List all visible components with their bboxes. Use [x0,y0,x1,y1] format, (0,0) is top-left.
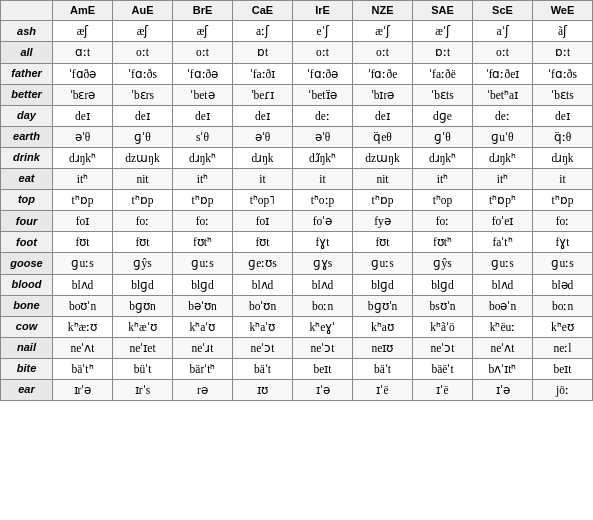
ipa-cell: blɡd [113,274,173,295]
ipa-cell: tʰɒp [173,190,233,211]
header-wee: WeE [533,1,593,21]
ipa-cell: bäëˈt [413,358,473,379]
ipa-cell: æˈʃ [413,21,473,42]
header-ame: AmE [53,1,113,21]
ipa-cell: boˈʊn [233,295,293,316]
ipa-cell: tʰop˥ [233,190,293,211]
ipa-cell: fyə [353,211,413,232]
ipa-cell: it [293,169,353,190]
ipa-cell: kʰaˈʊ [173,316,233,337]
ipa-cell: ˈbɛts [533,84,593,105]
table-row: drinkdɹŋkʰdzɯŋkdɹŋkʰdɹŋkdɹ̃ŋkʰdzɯŋkdɹŋkʰ… [1,147,593,168]
ipa-cell: fʊt [53,232,113,253]
ipa-cell: deɪ [533,105,593,126]
ipa-cell: oːt [353,42,413,63]
header-cae: CaE [233,1,293,21]
word-cell: ear [1,379,53,400]
ipa-cell: ɪˈə [293,379,353,400]
ipa-cell: foɪ [53,211,113,232]
ipa-cell: neˈɪet [113,337,173,358]
ipa-cell: ˈbetʰaɪ [473,84,533,105]
word-cell: cow [1,316,53,337]
ipa-cell: ˈbeɾɪ [233,84,293,105]
word-cell: earth [1,126,53,147]
ipa-cell: blʌd [473,274,533,295]
ipa-cell: ɪˈə [473,379,533,400]
ipa-cell: deɪ [233,105,293,126]
ipa-cell: fɣt [293,232,353,253]
ipa-cell: ˈfɑːðs [533,63,593,84]
ipa-cell: ɡŷs [413,253,473,274]
ipa-cell: bärˈtʰ [173,358,233,379]
ipa-cell: itʰ [413,169,473,190]
ipa-cell: ɡuːs [533,253,593,274]
ipa-cell: əˈθ [293,126,353,147]
ipa-cell: dɹŋk [533,147,593,168]
ipa-cell: tʰɒp [353,190,413,211]
ipa-cell: foˈeɪ [473,211,533,232]
table-row: eatitʰnititʰititnititʰitʰit [1,169,593,190]
word-cell: day [1,105,53,126]
ipa-cell: kʰeɣˈ [293,316,353,337]
ipa-cell: deː [473,105,533,126]
ipa-cell: ɡɣs [293,253,353,274]
word-cell: nail [1,337,53,358]
header-sce: ScE [473,1,533,21]
ipa-cell: itʰ [53,169,113,190]
ipa-cell: bäˈt [353,358,413,379]
ipa-cell: aˈʃ [473,21,533,42]
ipa-cell: bləd [533,274,593,295]
word-cell: all [1,42,53,63]
ipa-cell: ˈfaːðɪ [233,63,293,84]
word-cell: eat [1,169,53,190]
ipa-cell: ˈbɛts [413,84,473,105]
ipa-cell: dɹŋkʰ [53,147,113,168]
ipa-cell: foˈə [293,211,353,232]
ipa-cell: q̈ːθ [533,126,593,147]
ipa-cell: ɪrˈə [53,379,113,400]
word-cell: bone [1,295,53,316]
ipa-cell: ˈfɑðə [53,63,113,84]
ipa-cell: oːt [293,42,353,63]
ipa-cell: ɒːt [413,42,473,63]
ipa-cell: bɡʊˈn [353,295,413,316]
ipa-cell: deː [293,105,353,126]
word-cell: drink [1,147,53,168]
ipa-cell: deɪ [173,105,233,126]
header-sae: SAE [413,1,473,21]
ipa-cell: æˈʃ [353,21,413,42]
ipa-cell: əˈθ [233,126,293,147]
table-row: bloodblʌdblɡdblɡdblʌdblʌdblɡdblɡdblʌdblə… [1,274,593,295]
word-cell: four [1,211,53,232]
ipa-cell: ãʃ [533,21,593,42]
ipa-cell: it [533,169,593,190]
table-row: bitebäˈtʰbüˈtbärˈtʰbäˈtbeɪtbäˈtbäëˈtbʌˈɪ… [1,358,593,379]
word-cell: bite [1,358,53,379]
ipa-cell: æʃ [113,21,173,42]
ipa-cell: ˈbɪrə [353,84,413,105]
ipa-cell: ˈfɑːðs [113,63,173,84]
table-row: fourfoɪfoːfoːfoɪfoˈəfyəfoːfoˈeɪfoː [1,211,593,232]
ipa-cell: fʊtʰ [413,232,473,253]
ipa-cell: deɪ [53,105,113,126]
ipa-cell: ɡuːs [473,253,533,274]
ipa-cell: dɹŋkʰ [473,147,533,168]
ipa-cell: fʊt [233,232,293,253]
ipa-cell: ˈbɛrs [113,84,173,105]
ipa-cell: itʰ [173,169,233,190]
table-row: footfʊtfʊtfʊtʰfʊtfɣtfʊtfʊtʰfaˈtʰfɣt [1,232,593,253]
ipa-cell: foː [113,211,173,232]
table-row: betterˈbɛrəˈbɛrsˈbetəˈbeɾɪˈbetɪ̈əˈbɪrəˈb… [1,84,593,105]
ipa-cell: neˈɹt [173,337,233,358]
ipa-cell: oːt [113,42,173,63]
ipa-cell: ˈbetɪ̈ə [293,84,353,105]
ipa-cell: neˈʌt [53,337,113,358]
ipa-cell: əˈθ [53,126,113,147]
ipa-cell: ˈfɑːðe [353,63,413,84]
ipa-cell: dzɯŋk [113,147,173,168]
ipa-cell: kʰæˈʊ [113,316,173,337]
ipa-cell: jöː [533,379,593,400]
pronunciation-table: AmEAuEBrECaEIrENZESAEScEWeE ashæʃæʃæʃaːʃ… [0,0,593,401]
ipa-cell: ɡuːs [353,253,413,274]
ipa-cell: ɡuˈθ [473,126,533,147]
